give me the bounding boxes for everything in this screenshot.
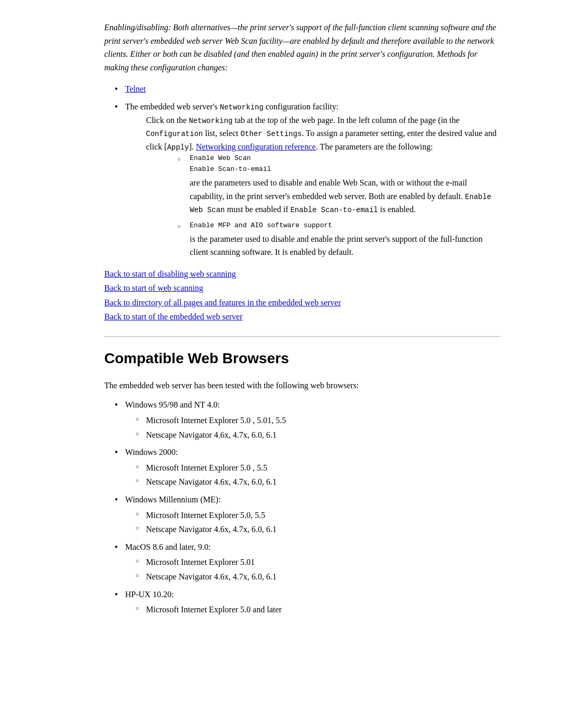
nav-link-embedded-server[interactable]: Back to start of the embedded web server [104,310,500,324]
browser-sub-list-4: Microsoft Internet Explorer 5.0 and late… [125,603,500,616]
section-divider [104,336,500,337]
param1-desc-text3: is enabled. [378,205,415,214]
param2-line1: Enable MFP and AIO software support [190,220,500,231]
click-info-paragraph: Click on the Networking tab at the top o… [146,114,500,154]
browser-sub-item-2-1: Netscape Navigator 4.6x, 4.7x, 6.0, 6.1 [136,523,500,536]
intro-section: Enabling/disabling: Both alternatives—th… [104,21,500,324]
browser-sub-list-2: Microsoft Internet Explorer 5.0, 5.5Nets… [125,509,500,536]
nav-links: Back to start of disabling web scanning … [104,267,500,324]
browser-sub-list-3: Microsoft Internet Explorer 5.01Netscape… [125,556,500,583]
browsers-list: Windows 95/98 and NT 4.0:Microsoft Inter… [104,398,500,616]
param-block: Enable Web Scan Enable Scan-to-email are… [177,153,500,258]
browser-os-2: Windows Millennium (ME): [125,495,221,504]
browser-os-3: MacOS 8.6 and later, 9.0: [125,542,211,551]
nav-link-disabling[interactable]: Back to start of disabling web scanning [104,267,500,281]
telnet-link[interactable]: Telnet [125,84,146,93]
browser-item-4: HP-UX 10.20:Microsoft Internet Explorer … [115,588,500,616]
param2-desc: is the parameter used to disable and ena… [190,232,500,259]
param1-line2: Enable Scan-to-email [190,164,500,175]
click-text5: ]. [189,142,195,151]
methods-list: Telnet The embedded web server's Network… [104,82,500,258]
param1-item: Enable Web Scan Enable Scan-to-email are… [177,153,500,216]
enabling-disabling-label: Enabling/disabling: [104,23,171,32]
bullet-embedded-web-server: The embedded web server's Networking con… [115,100,500,259]
param1-desc: are the parameters used to disable and e… [190,176,500,216]
browser-os-1: Windows 2000: [125,448,178,456]
click-info: Click on the Networking tab at the top o… [146,114,500,259]
browser-sub-item-1-0: Microsoft Internet Explorer 5.0 , 5.5 [136,461,500,475]
param1-desc-text2: must be enabled if [225,205,290,214]
browser-sub-item-3-1: Netscape Navigator 4.6x, 4.7x, 6.0, 6.1 [136,570,500,584]
bullet-telnet: Telnet [115,82,500,96]
click-mono2: Configuration [146,130,203,138]
browser-sub-item-2-0: Microsoft Internet Explorer 5.0, 5.5 [136,509,500,522]
browser-sub-list-0: Microsoft Internet Explorer 5.0 , 5.01, … [125,414,500,441]
click-text6: . The parameters are the following: [316,142,433,151]
networking-config-ref-link[interactable]: Networking configuration reference [196,142,316,151]
browser-sub-item-4-0: Microsoft Internet Explorer 5.0 and late… [136,603,500,616]
param1-line1: Enable Web Scan [190,153,500,164]
click-mono3: Other Settings [240,130,302,138]
browser-os-0: Windows 95/98 and NT 4.0: [125,400,220,409]
click-text1: Click on the [146,116,189,125]
browser-os-4: HP-UX 10.20: [125,590,174,599]
param2-item: Enable MFP and AIO software support is t… [177,220,500,259]
click-mono1: Networking [189,117,232,125]
browser-item-2: Windows Millennium (ME):Microsoft Intern… [115,493,500,536]
bullet2-text1: The embedded web server's [125,102,219,111]
section-intro: The embedded web server has been tested … [104,379,500,392]
param1-desc-text1: are the parameters used to disable and e… [190,178,467,201]
nav-link-web-scanning[interactable]: Back to start of web scanning [104,281,500,295]
nav-link-directory[interactable]: Back to directory of all pages and featu… [104,296,500,310]
browser-item-3: MacOS 8.6 and later, 9.0:Microsoft Inter… [115,540,500,584]
intro-paragraph: Enabling/disabling: Both alternatives—th… [104,21,500,74]
bullet2-mono: Networking [219,103,263,112]
browser-item-0: Windows 95/98 and NT 4.0:Microsoft Inter… [115,398,500,441]
compatible-browsers-section: Compatible Web Browsers The embedded web… [104,347,500,616]
browser-sub-item-0-0: Microsoft Internet Explorer 5.0 , 5.01, … [136,414,500,427]
browser-item-1: Windows 2000:Microsoft Internet Explorer… [115,446,500,489]
bullet2-text2: configuration facility: [264,102,339,111]
browser-sub-list-1: Microsoft Internet Explorer 5.0 , 5.5Net… [125,461,500,489]
param1-mono2: Enable Scan-to-email [290,206,378,214]
browser-sub-item-0-1: Netscape Navigator 4.6x, 4.7x, 6.0, 6.1 [136,428,500,442]
param1-lines: Enable Web Scan Enable Scan-to-email [190,153,500,175]
section-title: Compatible Web Browsers [104,347,500,371]
click-text3: list, select [203,129,240,138]
click-text2: tab at the top of the web page. In the l… [232,116,459,125]
browser-sub-item-1-1: Netscape Navigator 4.6x, 4.7x, 6.0, 6.1 [136,475,500,489]
click-mono4: Apply [167,143,189,152]
browser-sub-item-3-0: Microsoft Internet Explorer 5.01 [136,556,500,569]
